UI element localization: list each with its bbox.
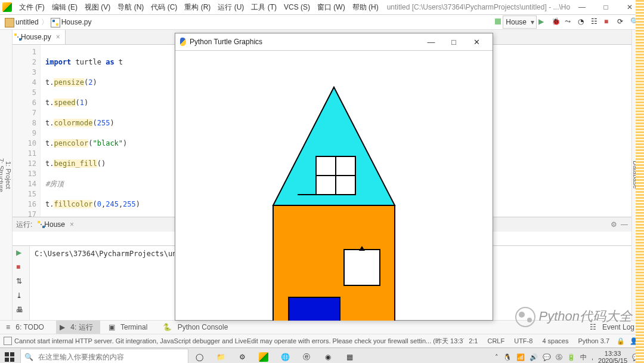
- status-indent[interactable]: 4 spaces: [542, 337, 568, 344]
- run-tab[interactable]: House×: [36, 217, 79, 232]
- status-caret-pos[interactable]: 2:1: [469, 337, 478, 344]
- run-label: 运行:: [16, 220, 32, 230]
- menu-window[interactable]: 窗口 (W): [314, 0, 349, 14]
- breadcrumb-bar: untitled 〉 House.py House ▶ 🐞 ⤳ ◔ ☷ ■ ⟳ …: [0, 15, 644, 30]
- taskbar-app-settings[interactable]: ⚙: [231, 348, 253, 363]
- editor-tab-house[interactable]: House.py ×: [13, 30, 66, 44]
- stop-button[interactable]: ■: [604, 17, 614, 27]
- tab-python-console[interactable]: 🐍 Python Console: [159, 321, 235, 334]
- tab-todo[interactable]: ≡ 6: TODO: [2, 321, 51, 334]
- run-hide-icon[interactable]: —: [621, 220, 628, 229]
- tray-skype-icon[interactable]: Ⓢ: [556, 353, 562, 362]
- run-config-selector[interactable]: House: [503, 16, 537, 29]
- menu-file[interactable]: 文件 (F): [16, 0, 48, 14]
- scroll-to-end-button[interactable]: ⤓: [16, 291, 26, 301]
- start-button[interactable]: [0, 348, 19, 363]
- svg-rect-2: [5, 358, 9, 362]
- menu-tools[interactable]: 工具 (T): [247, 0, 280, 14]
- tab-project[interactable]: 1: Project: [5, 30, 12, 320]
- window-title: untitled [C:\Users\37364\PycharmProjects…: [387, 3, 570, 11]
- print-button[interactable]: 🖶: [16, 306, 26, 315]
- taskbar-app-explorer[interactable]: 📁: [210, 348, 231, 363]
- python-file-icon: [51, 18, 60, 27]
- debug-button[interactable]: 🐞: [552, 17, 561, 27]
- tab-structure[interactable]: 7: Structure: [0, 30, 5, 320]
- status-tool-window-toggle[interactable]: [4, 337, 12, 345]
- svg-rect-3: [10, 358, 14, 362]
- breadcrumb-file[interactable]: House.py: [48, 15, 94, 29]
- close-tab-icon[interactable]: ×: [56, 30, 60, 44]
- tray-volume-icon[interactable]: 🔊: [530, 353, 538, 361]
- editor-tab-label: House.py: [21, 30, 51, 44]
- tray-wifi-icon[interactable]: 📶: [516, 353, 525, 361]
- task-view-button[interactable]: ◯: [188, 348, 210, 363]
- python-file-icon: [17, 36, 18, 38]
- turtle-close-button[interactable]: ✕: [465, 38, 488, 47]
- status-bar: Cannot start internal HTTP server. Git i…: [0, 334, 644, 347]
- maximize-button[interactable]: □: [594, 0, 618, 14]
- tray-input-icon[interactable]: ,: [592, 353, 593, 361]
- error-stripe: [636, 0, 644, 363]
- turtle-maximize-button[interactable]: □: [442, 38, 465, 47]
- status-interpreter[interactable]: Python 3.7: [578, 337, 609, 344]
- breadcrumb-project[interactable]: untitled: [2, 15, 41, 29]
- taskbar-app-pycharm[interactable]: [253, 348, 274, 363]
- status-message: Cannot start internal HTTP server. Git i…: [14, 337, 464, 346]
- run-button[interactable]: ▶: [538, 17, 548, 27]
- taskbar-app-browser[interactable]: ⓔ: [296, 348, 317, 363]
- menu-edit[interactable]: 编辑 (E): [48, 0, 81, 14]
- menu-refactor[interactable]: 重构 (R): [181, 0, 214, 14]
- profile-button[interactable]: ◔: [578, 17, 587, 27]
- menu-code[interactable]: 代码 (C): [147, 0, 181, 14]
- tray-clock[interactable]: 13:332020/5/15: [598, 350, 627, 363]
- tray-ime-icon[interactable]: 中: [580, 353, 587, 362]
- tab-run[interactable]: ▶ 4: 运行: [56, 321, 100, 334]
- right-tool-tabs: Database SciView: [631, 30, 644, 320]
- left-tool-tabs: 1: Project 7: Structure 2: Favorites: [0, 30, 13, 320]
- run-settings-icon[interactable]: ⚙: [611, 220, 617, 229]
- status-line-sep[interactable]: CRLF: [487, 337, 504, 344]
- folder-icon: [5, 18, 14, 27]
- tray-chevron-icon[interactable]: ˄: [495, 353, 499, 361]
- taskbar-app-other[interactable]: ▦: [339, 348, 360, 363]
- concurrency-button[interactable]: ☷: [591, 17, 600, 27]
- svg-rect-11: [289, 297, 340, 321]
- menu-vcs[interactable]: VCS (S): [280, 0, 314, 14]
- taskbar-app-chrome[interactable]: ◉: [317, 348, 339, 363]
- tray-battery-icon[interactable]: 🔋: [567, 353, 575, 361]
- rerun-button[interactable]: ▶: [16, 248, 26, 258]
- windows-taskbar: 🔍 ◯ 📁 ⚙ 🌐 ⓔ ◉ ▦ ˄ 🐧 📶 🔊 💬 Ⓢ 🔋 中 , 13:332…: [0, 347, 644, 363]
- tray-wechat-icon[interactable]: 💬: [543, 353, 551, 361]
- stop-run-button[interactable]: ■: [16, 263, 26, 272]
- toggle-soft-wrap-button[interactable]: ⇅: [16, 277, 26, 287]
- breadcrumb-sep: 〉: [41, 17, 48, 27]
- update-project-button[interactable]: ⟳: [617, 17, 627, 27]
- coverage-button[interactable]: ⤳: [565, 17, 574, 27]
- menu-help[interactable]: 帮助 (H): [349, 0, 382, 14]
- minimize-button[interactable]: —: [570, 0, 594, 14]
- watermark: Python代码大全: [515, 307, 633, 327]
- turtle-minimize-button[interactable]: —: [420, 38, 442, 47]
- menu-nav[interactable]: 导航 (N): [114, 0, 147, 14]
- menu-view[interactable]: 视图 (V): [81, 0, 114, 14]
- taskbar-app-edge[interactable]: 🌐: [274, 348, 296, 363]
- system-tray: ˄ 🐧 📶 🔊 💬 Ⓢ 🔋 中 , 13:332020/5/15 💬: [495, 350, 644, 363]
- turtle-icon: [180, 38, 186, 46]
- turtle-window[interactable]: Python Turtle Graphics — □ ✕: [175, 33, 493, 321]
- close-run-tab-icon[interactable]: ×: [70, 217, 74, 232]
- turtle-titlebar[interactable]: Python Turtle Graphics — □ ✕: [175, 33, 493, 50]
- status-lock-icon[interactable]: 🔒: [617, 337, 625, 345]
- svg-rect-0: [5, 352, 9, 356]
- svg-rect-1: [10, 352, 14, 356]
- svg-rect-10: [344, 250, 380, 285]
- pycharm-logo-icon: [2, 2, 12, 12]
- python-file-icon: [41, 224, 42, 225]
- taskbar-search[interactable]: 🔍: [20, 349, 188, 363]
- menu-run[interactable]: 运行 (U): [214, 0, 247, 14]
- menu-bar: 文件 (F) 编辑 (E) 视图 (V) 导航 (N) 代码 (C) 重构 (R…: [0, 0, 644, 15]
- taskbar-search-input[interactable]: [37, 350, 188, 363]
- tray-qq-icon[interactable]: 🐧: [503, 353, 512, 361]
- run-panel-toolbar: ▶ ■ ⇅ ⤓ 🖶: [13, 246, 30, 320]
- status-encoding[interactable]: UTF-8: [514, 337, 532, 344]
- tab-terminal[interactable]: ▣ Terminal: [105, 321, 155, 334]
